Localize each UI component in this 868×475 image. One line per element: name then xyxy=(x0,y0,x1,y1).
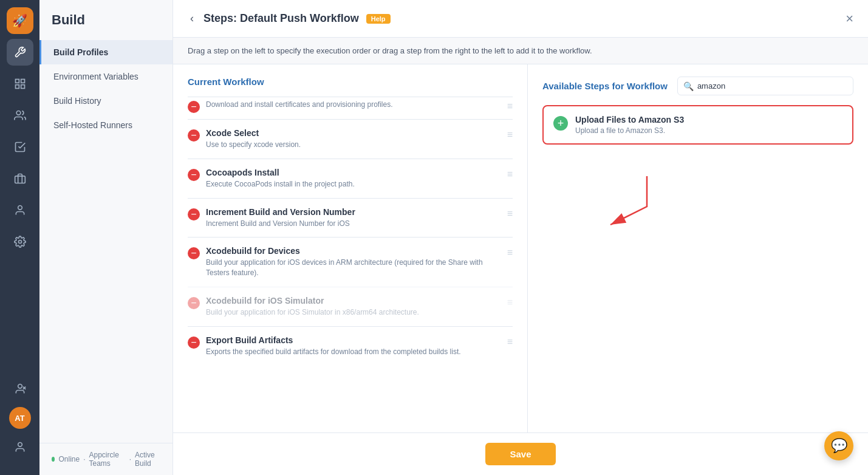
svg-rect-5 xyxy=(15,176,25,183)
current-workflow-panel: Current Workflow − Download and install … xyxy=(173,64,528,432)
svg-rect-1 xyxy=(21,80,24,83)
remove-step-button[interactable]: − xyxy=(188,169,200,181)
divider: · xyxy=(83,455,85,463)
step-info: Increment Build and Version Number Incre… xyxy=(206,207,501,229)
modal-back-button[interactable]: ‹ xyxy=(188,10,196,27)
modal-instruction: Drag a step on the left to specify the e… xyxy=(173,38,868,64)
drag-handle-icon[interactable]: ≡ xyxy=(507,208,513,219)
step-desc: Increment Build and Version Number for i… xyxy=(206,219,501,229)
modal-dialog: ‹ Steps: Default Push Workflow Help × Dr… xyxy=(173,0,868,475)
drag-handle-icon[interactable]: ≡ xyxy=(507,169,513,180)
sidebar-item-self-hosted-runners[interactable]: Self-Hosted Runners xyxy=(39,113,173,137)
user2-nav-icon[interactable] xyxy=(7,434,33,460)
available-step-name: Upload Files to Amazon S3 xyxy=(575,115,684,125)
drag-handle-icon[interactable]: ≡ xyxy=(507,101,513,112)
available-step-desc: Upload a file to Amazon S3. xyxy=(575,126,684,135)
add-step-button[interactable]: + xyxy=(553,116,568,131)
left-panel-footer: Online · Appcircle Teams · Active Build xyxy=(39,443,173,475)
step-name: Increment Build and Version Number xyxy=(206,207,501,217)
team-text: Appcircle Teams xyxy=(89,451,126,468)
left-panel-title: Build xyxy=(39,12,173,40)
settings-nav-icon[interactable] xyxy=(7,228,33,255)
grid-nav-icon[interactable] xyxy=(7,70,33,97)
step-info: Cocoapods Install Execute CocoaPods inst… xyxy=(206,168,501,190)
drag-handle-icon[interactable]: ≡ xyxy=(507,337,513,347)
sidebar-item-build-history[interactable]: Build History xyxy=(39,89,173,113)
chat-icon: 💬 xyxy=(831,438,847,454)
step-info: Xcodebuild for Devices Build your applic… xyxy=(206,246,501,278)
svg-point-11 xyxy=(18,443,22,447)
sidebar-item-build-profiles[interactable]: Build Profiles xyxy=(39,40,173,64)
drag-handle-icon[interactable]: ≡ xyxy=(507,297,513,308)
alert-user-icon[interactable] xyxy=(7,375,33,402)
step-info: Export Build Artifacts Exports the speci… xyxy=(206,335,501,357)
step-item-faded: − Xcodebuild for iOS Simulator Build you… xyxy=(188,287,513,326)
step-desc: Build your application for iOS Simulator… xyxy=(206,307,501,318)
step-info: Xcodebuild for iOS Simulator Build your … xyxy=(206,296,501,318)
available-step-info: Upload Files to Amazon S3 Upload a file … xyxy=(575,115,684,135)
svg-point-8 xyxy=(18,384,22,389)
active-build-text: Active Build xyxy=(135,451,161,468)
remove-step-button[interactable]: − xyxy=(188,101,200,113)
available-step-card[interactable]: + Upload Files to Amazon S3 Upload a fil… xyxy=(542,105,853,145)
sidebar-item-env-variables[interactable]: Environment Variables xyxy=(39,64,173,89)
svg-rect-3 xyxy=(21,85,24,89)
users-nav-icon[interactable] xyxy=(7,102,33,129)
app-logo-icon[interactable]: 🚀 xyxy=(7,7,33,34)
main-content: ‹ Steps: Default Push Workflow Help × Dr… xyxy=(173,0,868,475)
step-name: Cocoapods Install xyxy=(206,168,501,177)
search-icon: 🔍 xyxy=(683,81,694,91)
briefcase-nav-icon[interactable] xyxy=(7,165,33,192)
person-nav-icon[interactable] xyxy=(7,197,33,224)
remove-step-button[interactable]: − xyxy=(188,208,200,220)
user-avatar[interactable]: AT xyxy=(9,407,31,429)
modal-close-button[interactable]: × xyxy=(846,11,853,27)
search-input[interactable] xyxy=(677,77,853,95)
save-button[interactable]: Save xyxy=(485,443,555,465)
divider2: · xyxy=(129,455,131,463)
step-desc: Build your application for iOS devices i… xyxy=(206,258,501,278)
modal-title: Steps: Default Push Workflow xyxy=(203,12,359,25)
build-nav-icon[interactable] xyxy=(7,39,33,66)
modal-body: Current Workflow − Download and install … xyxy=(173,64,868,432)
svg-point-7 xyxy=(18,241,21,244)
remove-step-button[interactable]: − xyxy=(188,129,200,142)
check-nav-icon[interactable] xyxy=(7,134,33,160)
step-desc: Execute CocoaPods install in the project… xyxy=(206,179,501,190)
step-info: Download and install certificates and pr… xyxy=(206,100,501,110)
step-name: Export Build Artifacts xyxy=(206,335,501,345)
available-steps-title: Available Steps for Workflow xyxy=(542,81,668,91)
search-wrapper: 🔍 xyxy=(677,77,853,95)
step-item: − Cocoapods Install Execute CocoaPods in… xyxy=(188,159,513,198)
step-desc: Exports the specified build artifacts fo… xyxy=(206,347,501,357)
left-nav: Build Profiles Environment Variables Bui… xyxy=(39,40,173,137)
available-steps-header: Available Steps for Workflow 🔍 xyxy=(542,77,853,95)
remove-step-button[interactable]: − xyxy=(188,337,200,349)
online-indicator xyxy=(52,457,55,462)
chat-fab-button[interactable]: 💬 xyxy=(824,431,853,460)
available-steps-panel: Available Steps for Workflow 🔍 + Upload … xyxy=(528,64,868,432)
step-item: − Xcodebuild for Devices Build your appl… xyxy=(188,237,513,287)
svg-point-6 xyxy=(18,206,22,210)
step-desc: Download and install certificates and pr… xyxy=(206,100,501,110)
step-name: Xcode Select xyxy=(206,128,501,138)
svg-rect-2 xyxy=(15,85,19,89)
drag-handle-icon[interactable]: ≡ xyxy=(507,129,513,140)
drag-handle-icon[interactable]: ≡ xyxy=(507,247,513,258)
step-item: − Export Build Artifacts Exports the spe… xyxy=(188,326,513,366)
online-status-text: Online xyxy=(58,455,80,463)
sidebar: 🚀 AT xyxy=(0,0,39,475)
step-item: − Increment Build and Version Number Inc… xyxy=(188,198,513,237)
step-item: − Xcode Select Use to specify xcode vers… xyxy=(188,119,513,159)
modal-header: ‹ Steps: Default Push Workflow Help × xyxy=(173,0,868,38)
step-name: Xcodebuild for iOS Simulator xyxy=(206,296,501,306)
help-badge[interactable]: Help xyxy=(366,14,391,24)
modal-overlay: ‹ Steps: Default Push Workflow Help × Dr… xyxy=(173,0,868,475)
modal-footer: Save xyxy=(173,432,868,475)
step-desc: Use to specify xcode version. xyxy=(206,140,501,150)
current-workflow-title: Current Workflow xyxy=(188,77,513,87)
step-item: − Download and install certificates and … xyxy=(188,97,513,119)
step-name: Xcodebuild for Devices xyxy=(206,246,501,256)
remove-step-button[interactable]: − xyxy=(188,297,200,309)
remove-step-button[interactable]: − xyxy=(188,247,200,259)
